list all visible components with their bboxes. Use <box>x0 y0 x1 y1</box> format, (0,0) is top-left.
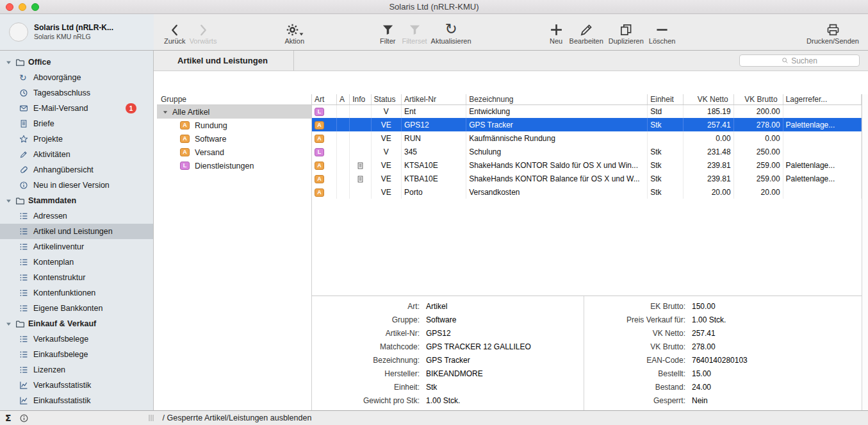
table-row-gps12[interactable]: AVEGPS12GPS TrackerStk257.41278.00Palett… <box>312 118 862 131</box>
detail-label: Matchcode: <box>312 342 420 351</box>
status-text: / Gesperrte Artikel/Leistungen ausblende… <box>163 413 312 422</box>
table-cell <box>336 118 349 131</box>
sidebar-item-projekte[interactable]: Projekte <box>0 131 153 147</box>
table-row-run[interactable]: AVERUNKaufmännische Rundung0.000.00 <box>312 131 862 145</box>
content-area: Gruppe Alle Artikel ARundungASoftwareAVe… <box>154 71 868 410</box>
table-cell: L <box>312 145 336 158</box>
sidebar-item-verkaufsbelege[interactable]: Verkaufsbelege <box>0 331 153 347</box>
group-item-dienstleistungen[interactable]: LDienstleistungen <box>157 159 311 172</box>
sidebar-item-neu-in-dieser-version[interactable]: Neu in dieser Version <box>0 178 153 193</box>
zoom-window-button[interactable] <box>31 3 39 11</box>
back-button[interactable]: Zurück <box>164 21 186 45</box>
table-cell: ShakeHands KONTOR Balance für OS X und W… <box>466 172 648 185</box>
detail-field-einheit: Einheit:Stk <box>312 380 584 394</box>
duplicate-button[interactable]: Duplizieren <box>609 21 644 45</box>
sidebar-item-eigene-bankkonten[interactable]: Eigene Bankkonten <box>0 301 153 316</box>
sidebar-item-kontenstruktur[interactable]: Kontenstruktur <box>0 270 153 285</box>
disclosure-triangle-icon[interactable] <box>5 59 12 66</box>
column-header-artikel-nr[interactable]: Artikel-Nr <box>402 94 466 104</box>
sidebar-item-anhang-bersicht[interactable]: Anhangübersicht <box>0 162 153 178</box>
table-row-345[interactable]: LV345SchulungStk231.48250.00 <box>312 145 862 158</box>
sidebar-item-e-mail-versand[interactable]: E-Mail-Versand1 <box>0 101 153 116</box>
sidebar-item-label: Neu in dieser Version <box>33 181 110 190</box>
info-icon[interactable] <box>19 413 29 423</box>
sidebar-item-tagesabschluss[interactable]: Tagesabschluss <box>0 85 153 101</box>
funnel-icon <box>408 21 422 37</box>
detail-value: GPS TRACKER 12 GALLILEO <box>426 342 531 351</box>
sidebar-item-adressen[interactable]: Adressen <box>0 208 153 224</box>
sidebar-item-briefe[interactable]: Briefe <box>0 116 153 131</box>
filterset-button[interactable]: Filterset <box>402 21 427 45</box>
new-button[interactable]: Neu <box>550 21 563 45</box>
detail-label: EK Brutto: <box>584 302 685 311</box>
minimize-window-button[interactable] <box>19 3 26 11</box>
column-header-status[interactable]: Status <box>371 94 402 104</box>
sidebar-item-label: Eigene Bankkonten <box>33 304 102 313</box>
column-header-vk-netto[interactable]: VK Netto <box>683 94 733 104</box>
caret-down-icon <box>299 33 304 36</box>
sum-button[interactable]: Σ <box>5 413 12 423</box>
account-info[interactable]: Solaris Ltd (nRLR-K... Solaris KMU nRLG <box>0 14 154 50</box>
action-button[interactable]: Aktion <box>284 21 304 45</box>
column-header-bezeichnung[interactable]: Bezeichnung <box>466 94 648 104</box>
sidebar-item-kontenplan[interactable]: Kontenplan <box>0 254 153 270</box>
disclosure-triangle-icon[interactable] <box>162 109 168 115</box>
table-cell: Kaufmännische Rundung <box>466 131 648 145</box>
forward-button[interactable]: Vorwärts <box>190 21 217 45</box>
group-column-header[interactable]: Gruppe <box>157 94 311 105</box>
detail-field-bestellt: Bestellt:15.00 <box>584 367 862 380</box>
table-row-ktsa10e[interactable]: AVEKTSA10EShakeHands KONTOR Saldo für OS… <box>312 158 862 172</box>
vertical-scrollbar[interactable] <box>862 94 868 410</box>
sidebar-section-stammdaten[interactable]: Stammdaten <box>0 193 153 208</box>
disclosure-triangle-icon[interactable] <box>5 197 12 204</box>
print-send-button[interactable]: Drucken/Senden <box>807 21 859 45</box>
titlebar[interactable]: Solaris Ltd (nRLR-KMU) <box>0 0 868 14</box>
group-item-software[interactable]: ASoftware <box>157 132 311 146</box>
list-icon <box>19 304 28 313</box>
panel-resize-grip[interactable] <box>147 413 155 422</box>
refresh-button[interactable]: ↻ Aktualisieren <box>431 21 471 45</box>
group-item-versand[interactable]: AVersand <box>157 146 311 159</box>
search-input[interactable]: Suchen <box>739 54 860 67</box>
table-row-ent[interactable]: LVEntEntwicklungStd185.19200.00 <box>312 104 862 118</box>
sidebar-item-aktivit-ten[interactable]: Aktivitäten <box>0 147 153 162</box>
copy-icon <box>619 21 633 37</box>
table-cell <box>336 145 349 158</box>
group-item-rundung[interactable]: ARundung <box>157 119 311 132</box>
sidebar-section-office[interactable]: Office <box>0 54 153 70</box>
table-cell: VE <box>371 158 402 172</box>
sidebar-item-lizenzen[interactable]: Lizenzen <box>0 362 153 378</box>
disclosure-triangle-icon[interactable] <box>5 321 12 328</box>
filter-button[interactable]: Filter <box>380 21 395 45</box>
table-cell: GPS12 <box>402 118 466 131</box>
table-cell: A <box>312 185 336 199</box>
group-root-item[interactable]: Alle Artikel <box>157 105 311 119</box>
table-cell: VE <box>371 185 402 199</box>
column-header-a[interactable]: A <box>336 94 349 104</box>
list-icon <box>19 258 28 267</box>
sidebar-item-einkaufsbelege[interactable]: Einkaufsbelege <box>0 347 153 362</box>
column-header-einheit[interactable]: Einheit <box>648 94 684 104</box>
clock-icon <box>19 88 28 97</box>
sidebar-item-einkaufsstatistik[interactable]: Einkaufsstatistik <box>0 393 153 408</box>
detail-field-hersteller: Hersteller:BIKEANDMORE <box>312 367 584 380</box>
art-type-badge: A <box>315 162 324 170</box>
sidebar-item-verkaufsstatistik[interactable]: Verkaufsstatistik <box>0 378 153 393</box>
table-cell: Stk <box>648 118 684 131</box>
sidebar-item-abovorg-nge[interactable]: ↻Abovorgänge <box>0 70 153 85</box>
list-icon <box>19 288 28 297</box>
art-type-badge: A <box>315 188 324 197</box>
close-window-button[interactable] <box>6 3 13 11</box>
sidebar-item-kontenfunktionen[interactable]: Kontenfunktionen <box>0 285 153 301</box>
delete-button[interactable]: Löschen <box>649 21 676 45</box>
column-header-lagerrefer[interactable]: Lagerrefer... <box>783 94 861 104</box>
column-header-vk-brutto[interactable]: VK Brutto <box>733 94 783 104</box>
sidebar-item-artikelinventur[interactable]: Artikelinventur <box>0 239 153 254</box>
column-header-info[interactable]: Info <box>350 94 371 104</box>
table-row-ktba10e[interactable]: AVEKTBA10EShakeHands KONTOR Balance für … <box>312 172 862 185</box>
edit-button[interactable]: Bearbeiten <box>569 21 603 45</box>
sidebar-section-einkauf-verkauf[interactable]: Einkauf & Verkauf <box>0 316 153 331</box>
column-header-art[interactable]: Art <box>312 94 336 104</box>
table-row-porto[interactable]: AVEPortoVersandkostenStk20.0020.00 <box>312 185 862 199</box>
sidebar-item-artikel-und-leistungen[interactable]: Artikel und Leistungen <box>0 224 153 239</box>
